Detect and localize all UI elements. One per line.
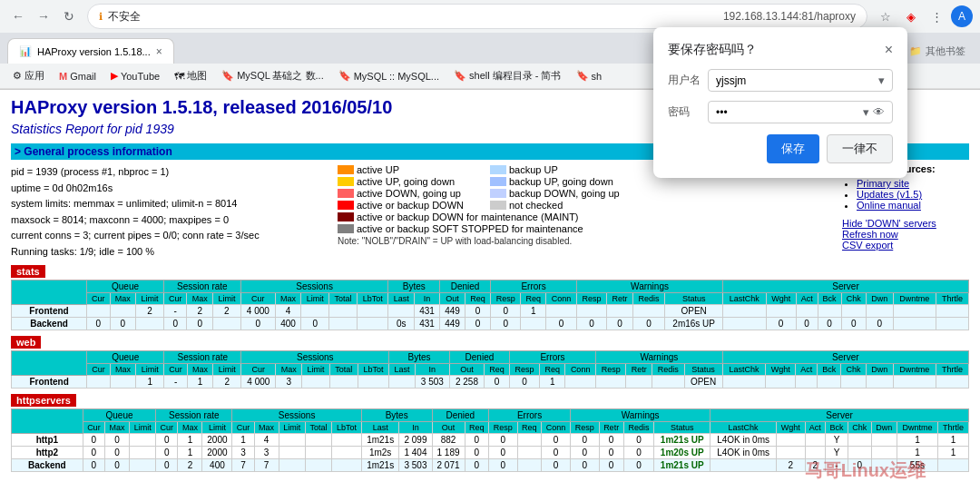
lock-icon: ℹ [99,11,103,23]
dialog-password-dropdown[interactable]: ▾ [863,105,869,119]
legend-color-active-up [338,165,354,174]
dialog-buttons: 保存 一律不 [668,134,893,163]
legend-active-going-down: active UP, going down [338,176,483,187]
link-online-manual[interactable]: Online manual [857,200,921,211]
info-tasks: Running tasks: 1/9; idle = 100 % [11,244,319,260]
dialog-password-row: 密码 ▾ 👁 [668,101,893,123]
stats-header-row-2: CurMaxLimit CurMaxLimit CurMaxLimitTotal… [12,293,969,305]
info-current: current conns = 3; current pipes = 0/0; … [11,228,319,243]
bookmark-apps[interactable]: ⚙ 应用 [7,67,50,84]
bookmark-sh[interactable]: 🔖 sh [571,68,608,84]
section-header-text: > General process information [15,145,172,158]
link-refresh[interactable]: Refresh now [842,229,898,240]
dialog-password-eye[interactable]: 👁 [873,105,885,119]
dialog-close-button[interactable]: × [885,42,893,58]
nav-buttons: ← → ↻ [7,5,80,27]
th-name [12,280,87,305]
info-maxsock: maxsock = 8014; maxconn = 4000; maxpipes… [11,212,319,228]
web-header-row-2: CurMaxLimit CurMaxLimit CurMaxLimitTotal… [12,364,969,376]
legend-label-backup-down-going-up: backup DOWN, going up [509,188,620,199]
stats-header-row-1: Queue Session rate Sessions Bytes Denied… [12,280,969,293]
forward-button[interactable]: → [33,5,54,27]
dialog-username-row: 用户名 ▾ [668,69,893,92]
th-warnings: Warnings [577,280,723,293]
gmail-icon: M [59,71,67,82]
th-d-resp: Resp [491,293,521,305]
http-th-server: Server [710,409,969,422]
back-button[interactable]: ← [7,5,29,27]
mysql1-icon: 🔖 [221,70,234,82]
bookmark-button[interactable]: ☆ [875,5,897,27]
stats-frontend-row: Frontend 2 -22 4 0004 431449 00 1 OPEN [12,305,969,318]
th-sr-limit: Limit [212,293,240,305]
dialog-save-button[interactable]: 保存 [767,134,819,163]
row-name-backend: Backend [12,318,87,330]
tab-close-button[interactable]: × [156,45,162,58]
legend-active-up: active UP [338,164,483,175]
info-uptime: uptime = 0d 0h02m16s [11,181,319,196]
http-th-denied: Denied [432,409,489,422]
web-section: web Queue Session rate Sessions Bytes De… [11,336,969,389]
bookmarks-icon: 📁 [909,45,922,57]
watermark: 马哥Linux运维 [805,458,926,483]
info-system-limits: system limits: memmax = unlimited; ulimi… [11,196,319,212]
dialog-never-button[interactable]: 一律不 [827,134,893,163]
bookmark-youtube[interactable]: ▶ YouTube [105,68,165,84]
legend-row-5: active or backup DOWN for maintenance (M… [338,212,824,222]
link-hide-down[interactable]: Hide 'DOWN' servers [842,218,936,229]
link-primary-site[interactable]: Primary site [857,178,909,189]
bookmark-mysql1[interactable]: 🔖 MySQL 基础之 数... [216,67,329,84]
web-th-bytes: Bytes [389,351,450,364]
gmail-label: Gmail [70,71,96,82]
legend-label-down: active or backup DOWN [357,200,464,211]
legend-color-backup-going-down [490,177,506,186]
dialog-password-input[interactable] [716,106,859,119]
httpservers-section-title: httpservers [11,394,76,407]
dialog-username-input-wrap[interactable]: ▾ [708,69,893,92]
other-bookmarks[interactable]: 📁 其他书签 [902,38,973,64]
legend-note: Note: "NOLB"/"DRAIN" = UP with load-bala… [338,236,824,246]
legend-color-backup-up [490,165,506,174]
link-csv-export[interactable]: CSV export [842,240,893,251]
th-sv-thrtle: Thrtle [936,293,969,305]
th-b-out: Out [440,293,466,305]
th-w-redis: Redis [632,293,665,305]
link-updates[interactable]: Updates (v1.5) [857,189,922,200]
row-http-backend: Backend [12,459,83,472]
bookmark-shell[interactable]: 🔖 shell 编程目录 - 简书 [448,67,566,84]
http-th-errors: Errors [489,409,571,422]
stats-backend-row: Backend 00 00 04000 0s431449 00 00 00 2m… [12,318,969,330]
dialog-username-dropdown[interactable]: ▾ [878,74,885,87]
th-sv-dwntme: Dwntme [893,293,936,305]
th-s-max: Max [275,293,300,305]
legend-color-backup-down-going-up [490,189,506,198]
dialog-header: 要保存密码吗？ × [668,42,893,58]
profile-button[interactable]: A [951,5,973,27]
more-button[interactable]: ⋮ [926,5,947,27]
bookmark-mysql2[interactable]: 🔖 MySQL :: MySQL... [333,68,445,84]
mysql2-icon: 🔖 [338,70,351,82]
http1-row: http1 00 012000 14 1m21s2 099882 00 00 0… [12,434,969,447]
legend-backup-down-going-up: backup DOWN, going up [490,188,635,199]
th-s-limit: Limit [301,293,329,305]
bookmark-maps[interactable]: 🗺 地图 [169,67,212,84]
legend-row-4: active or backup DOWN not checked [338,200,824,211]
legend-label-backup-going-down: backup UP, going down [509,176,613,187]
bookmark-gmail[interactable]: M Gmail [54,69,102,84]
legend-row-6: active or backup SOFT STOPPED for mainte… [338,223,824,234]
refresh-button[interactable]: ↻ [58,5,80,27]
th-q-limit: Limit [136,293,164,305]
address-bar[interactable]: ℹ 不安全 192.168.13.144:81/haproxy [87,4,867,29]
extensions-button[interactable]: ◈ [900,5,922,27]
th-session-rate: Session rate [163,280,240,293]
info-pid: pid = 1939 (process #1, nbproc = 1) [11,164,319,180]
active-tab[interactable]: 📊 HAProxy version 1.5.18... × [7,38,174,64]
row-http1: http1 [12,434,83,447]
dialog-password-input-wrap[interactable]: ▾ 👁 [708,101,893,123]
th-sr-cur: Cur [163,293,187,305]
legend-label-not-checked: not checked [509,200,563,211]
dialog-username-input[interactable] [716,74,875,87]
maps-label: 地图 [187,69,207,83]
dialog-title: 要保存密码吗？ [668,42,757,58]
web-table: Queue Session rate Sessions Bytes Denied… [11,350,969,389]
